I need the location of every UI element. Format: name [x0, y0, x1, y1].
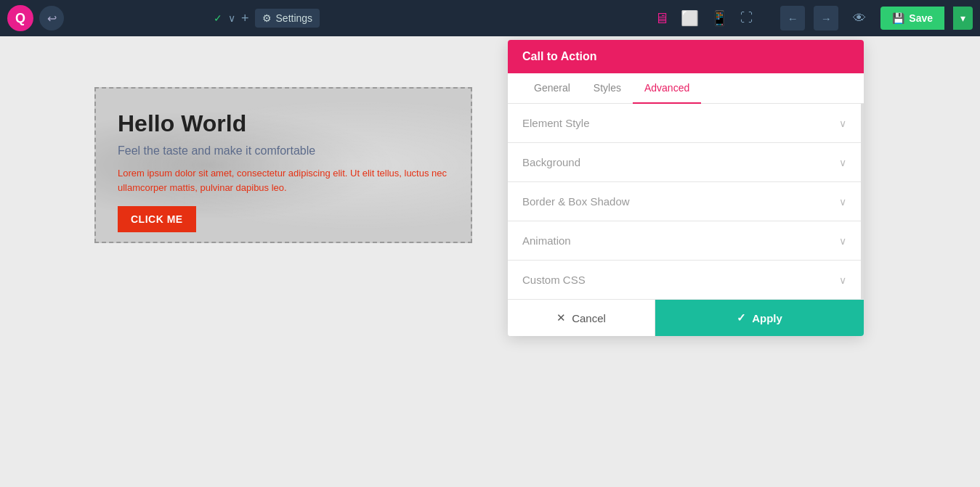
panel-header: Call to Action	[508, 40, 864, 73]
cancel-icon: ✕	[556, 311, 566, 324]
widget-body-text: Lorem ipsum dolor sit amet, consectetur …	[118, 166, 449, 195]
fullscreen-icon[interactable]: ⛶	[740, 11, 753, 25]
desktop-icon[interactable]: 🖥	[655, 10, 669, 27]
settings-panel: Call to Action General Styles Advanced E…	[508, 40, 864, 336]
redo-button[interactable]: →	[814, 6, 838, 30]
accordion-animation-label: Animation	[522, 234, 571, 247]
page-title-input[interactable]: Page title	[70, 12, 208, 25]
preview-button[interactable]: 👁	[847, 6, 872, 30]
tab-styles[interactable]: Styles	[582, 73, 633, 104]
accordion-custom-css-header[interactable]: Custom CSS ∨	[508, 261, 861, 299]
accordion-border-box-shadow-label: Border & Box Shadow	[522, 195, 630, 208]
undo-button[interactable]: ←	[780, 6, 805, 30]
navbar: Q ↩ Page title ✓ ∨ + ⚙ Settings 🖥 ⬜ 📱 ⛶ …	[0, 0, 980, 36]
cancel-button[interactable]: ✕ Cancel	[508, 300, 655, 336]
apply-label: Apply	[752, 312, 782, 324]
accordion-background: Background ∨	[508, 143, 861, 182]
panel-footer: ✕ Cancel ✓ Apply	[508, 299, 864, 336]
tab-general[interactable]: General	[522, 73, 582, 104]
widget-cta-button[interactable]: CLICK ME	[118, 206, 196, 232]
accordion-custom-css-chevron: ∨	[839, 274, 846, 286]
accordion-background-label: Background	[522, 156, 580, 168]
settings-label: Settings	[276, 12, 313, 24]
accordion-border-box-shadow: Border & Box Shadow ∨	[508, 182, 861, 221]
main-content: Hello World Feel the taste and make it c…	[0, 36, 980, 487]
accordion-custom-css-label: Custom CSS	[522, 274, 586, 286]
save-dropdown-button[interactable]: ▾	[953, 7, 973, 30]
panel-title: Call to Action	[522, 50, 597, 62]
accordion-element-style-label: Element Style	[522, 117, 590, 129]
apply-button[interactable]: ✓ Apply	[655, 300, 864, 336]
arrow-right-icon: →	[821, 12, 832, 25]
accordion-border-box-shadow-chevron: ∨	[839, 196, 846, 208]
accordion-animation-chevron: ∨	[839, 235, 846, 247]
accordion-background-header[interactable]: Background ∨	[508, 143, 861, 181]
accordion-element-style: Element Style ∨	[508, 104, 861, 143]
tab-advanced[interactable]: Advanced	[633, 73, 701, 104]
title-plus-icon[interactable]: +	[241, 11, 249, 26]
accordion-animation: Animation ∨	[508, 221, 861, 261]
widget-subtitle: Feel the taste and make it comfortable	[118, 144, 449, 157]
canvas-widget[interactable]: Hello World Feel the taste and make it c…	[94, 87, 472, 243]
save-label: Save	[909, 12, 933, 24]
accordion-element-style-chevron: ∨	[839, 118, 846, 129]
title-area: Page title ✓ ∨ + ⚙ Settings	[70, 9, 627, 28]
accordion-element-style-header[interactable]: Element Style ∨	[508, 104, 861, 142]
eye-icon: 👁	[853, 11, 866, 26]
panel-tabs: General Styles Advanced	[508, 73, 864, 104]
settings-button[interactable]: ⚙ Settings	[255, 9, 320, 28]
save-button[interactable]: 💾 Save	[880, 7, 944, 30]
logo[interactable]: Q	[7, 5, 33, 31]
logo-letter: Q	[15, 11, 25, 26]
mobile-icon[interactable]: 📱	[710, 9, 729, 27]
nav-right-area: ← → 👁 💾 Save ▾	[780, 6, 973, 30]
accordion-animation-header[interactable]: Animation ∨	[508, 221, 861, 260]
panel-body[interactable]: Element Style ∨ Background ∨ Border & Bo…	[508, 104, 864, 299]
accordion-border-box-shadow-header[interactable]: Border & Box Shadow ∨	[508, 182, 861, 221]
tablet-icon[interactable]: ⬜	[681, 9, 699, 27]
widget-cta-label: CLICK ME	[131, 213, 183, 225]
widget-content: Hello World Feel the taste and make it c…	[96, 89, 471, 243]
cancel-label: Cancel	[572, 312, 606, 324]
arrow-left-icon: ←	[787, 12, 798, 25]
gear-icon: ⚙	[262, 12, 272, 24]
back-button[interactable]: ↩	[39, 6, 64, 30]
widget-title: Hello World	[118, 110, 449, 137]
accordion-background-chevron: ∨	[839, 157, 846, 168]
save-icon: 💾	[892, 12, 904, 24]
back-icon: ↩	[47, 12, 57, 25]
accordion-custom-css: Custom CSS ∨	[508, 261, 861, 299]
apply-check-icon: ✓	[737, 311, 746, 324]
title-check-icon: ✓	[214, 12, 222, 24]
dropdown-icon: ▾	[960, 12, 965, 24]
title-chevron-icon[interactable]: ∨	[228, 12, 235, 24]
view-mode-buttons: 🖥 ⬜ 📱 ⛶	[655, 9, 753, 27]
